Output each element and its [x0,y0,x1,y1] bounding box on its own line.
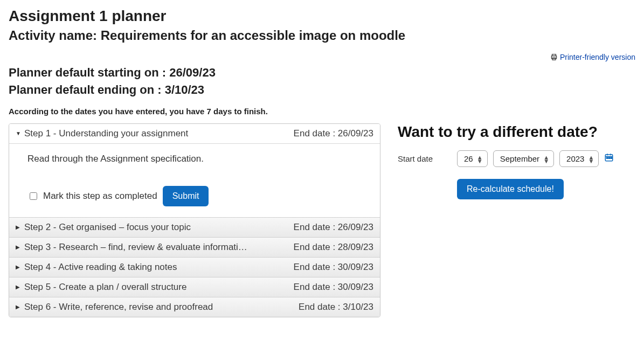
step-end-date: End date : 30/09/23 [294,282,373,293]
step-title: Step 5 - Create a plan / overall structu… [24,282,294,293]
step-header-4[interactable]: ▶ Step 4 - Active reading & taking notes… [9,257,380,277]
step-title: Step 2 - Get organised – focus your topi… [24,222,294,233]
caret-right-icon: ▶ [16,224,22,230]
mark-complete-checkbox[interactable] [30,192,37,200]
steps-accordion: ▼ Step 1 - Understanding your assignment… [9,123,380,317]
start-date-label: Start date [398,154,452,163]
caret-right-icon: ▶ [16,304,22,310]
step-end-date: End date : 26/09/23 [294,128,373,139]
step-description: Read through the Assignment specificatio… [27,154,362,164]
svg-rect-7 [607,157,608,158]
planner-end-date: Planner default ending on : 3/10/23 [9,83,635,97]
month-select[interactable]: September ▲▼ [493,150,554,167]
step-header-5[interactable]: ▶ Step 5 - Create a plan / overall struc… [9,277,380,297]
submit-button[interactable]: Submit [163,186,209,206]
page-title: Assignment 1 planner [9,8,635,25]
step-end-date: End date : 3/10/23 [299,302,373,313]
step-title: Step 3 - Research – find, review & evalu… [24,242,294,253]
step-body-1: Read through the Assignment specificatio… [9,143,380,217]
sort-icon: ▲▼ [588,155,594,162]
caret-down-icon: ▼ [16,130,22,136]
day-select[interactable]: 26 ▲▼ [457,150,488,167]
recalculate-button[interactable]: Re-calculate schedule! [457,179,564,199]
printer-friendly-link[interactable]: Printer-friendly version [550,53,635,61]
step-header-1[interactable]: ▼ Step 1 - Understanding your assignment… [9,124,380,143]
step-end-date: End date : 30/09/23 [294,262,373,273]
caret-right-icon: ▶ [16,264,22,270]
printer-icon [550,53,558,63]
svg-rect-8 [609,157,610,158]
alt-date-heading: Want to try a different date? [398,123,635,141]
mark-complete-label[interactable]: Mark this step as completed [27,191,157,202]
planner-start-date: Planner default starting on : 26/09/23 [9,66,635,80]
activity-name: Activity name: Requirements for an acces… [9,28,635,43]
step-header-3[interactable]: ▶ Step 3 - Research – find, review & eva… [9,237,380,257]
sort-icon: ▲▼ [477,155,483,162]
calendar-icon[interactable] [604,152,614,165]
step-end-date: End date : 28/09/23 [294,242,373,253]
step-title: Step 1 - Understanding your assignment [24,128,294,139]
caret-right-icon: ▶ [16,284,22,290]
step-header-6[interactable]: ▶ Step 6 - Write, reference, revise and … [9,297,380,317]
days-remaining-summary: According to the dates you have entered,… [9,107,635,116]
step-title: Step 4 - Active reading & taking notes [24,262,294,273]
svg-rect-9 [611,157,612,158]
sort-icon: ▲▼ [543,155,549,162]
step-header-2[interactable]: ▶ Step 2 - Get organised – focus your to… [9,217,380,237]
caret-right-icon: ▶ [16,244,22,250]
step-title: Step 6 - Write, reference, revise and pr… [24,302,299,313]
year-select[interactable]: 2023 ▲▼ [559,150,599,167]
step-end-date: End date : 26/09/23 [294,222,373,233]
